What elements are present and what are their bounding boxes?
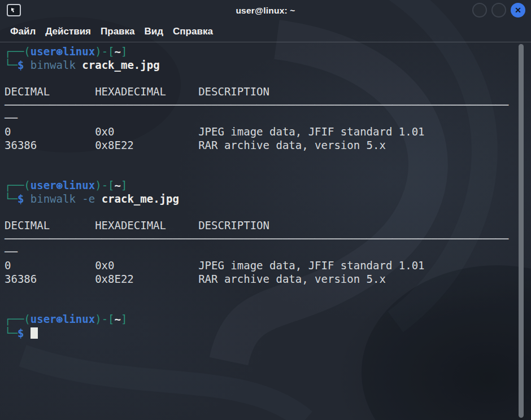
terminal-line: 36386 0x8E22 RAR archive data, version 5…: [5, 273, 531, 286]
table-header: DECIMAL HEXADECIMAL DESCRIPTION: [5, 85, 269, 98]
terminal-text: [95, 193, 101, 205]
prompt-frame: ]: [121, 45, 127, 58]
prompt-frame: ┌──(: [5, 313, 31, 325]
command-name: binwalk: [31, 59, 76, 71]
terminal-line: DECIMAL HEXADECIMAL DESCRIPTION: [5, 85, 531, 99]
terminal-line: [5, 205, 531, 219]
prompt-cwd: ~: [115, 45, 121, 58]
prompt-username: user: [31, 45, 56, 58]
terminal-line: [5, 165, 531, 179]
command-argument: crack_me.jpg: [102, 193, 179, 205]
terminal-line: 36386 0x8E22 RAR archive data, version 5…: [5, 139, 531, 152]
prompt-at-icon: ⊛: [56, 45, 63, 58]
prompt-frame: └─: [5, 327, 18, 339]
menu-item-help[interactable]: Справка: [173, 26, 213, 37]
terminal-line: ──: [5, 246, 531, 259]
terminal-line: ────────────────────────────────────────…: [5, 99, 531, 112]
menu-item-file[interactable]: Файл: [10, 26, 36, 37]
menu-item-view[interactable]: Вид: [145, 26, 164, 37]
terminal-text: [24, 327, 30, 339]
maximize-button[interactable]: [491, 3, 506, 18]
prompt-frame: └─: [5, 59, 18, 71]
table-row-text: 0 0x0 JPEG image data, JFIF standard 1.0…: [5, 125, 425, 138]
prompt-cwd: ~: [115, 313, 121, 325]
prompt-symbol: $: [18, 59, 24, 71]
prompt-hostname: linux: [63, 45, 95, 58]
terminal-line: └─$ binwalk -e crack_me.jpg: [5, 193, 531, 206]
terminal-cursor: [31, 327, 38, 339]
prompt-frame: ]: [121, 313, 127, 325]
terminal-line: ────────────────────────────────────────…: [5, 233, 531, 246]
close-icon: ✕: [515, 6, 521, 14]
table-row-text: 0 0x0 JPEG image data, JFIF standard 1.0…: [5, 259, 425, 272]
table-separator-wrap: ──: [5, 246, 18, 258]
terminal-line: [5, 286, 531, 299]
prompt-frame: ]: [121, 179, 127, 191]
table-row-text: 36386 0x8E22 RAR archive data, version 5…: [5, 273, 386, 285]
prompt-hostname: linux: [63, 313, 95, 325]
prompt-frame: ┌──(: [5, 179, 31, 191]
prompt-username: user: [31, 179, 56, 191]
terminal-line: ──: [5, 112, 531, 125]
minimize-button[interactable]: [472, 3, 487, 18]
close-button[interactable]: ✕: [511, 3, 525, 18]
table-header: DECIMAL HEXADECIMAL DESCRIPTION: [5, 219, 269, 231]
terminal-line: ┌──(user⊛linux)-[~]: [5, 313, 531, 326]
terminal-text: [76, 193, 82, 205]
prompt-symbol: $: [18, 327, 24, 339]
prompt-frame: )-[: [95, 313, 114, 325]
scrollbar-thumb[interactable]: [519, 44, 524, 418]
menubar: Файл Действия Правка Вид Справка: [0, 21, 531, 42]
command-option: -e: [82, 193, 95, 205]
table-separator-wrap: ──: [5, 112, 18, 124]
prompt-frame: )-[: [95, 179, 114, 191]
prompt-frame: └─: [5, 193, 18, 205]
terminal-line: 0 0x0 JPEG image data, JFIF standard 1.0…: [5, 125, 531, 139]
prompt-cwd: ~: [115, 179, 121, 191]
terminal-text: [24, 193, 30, 205]
prompt-at-icon: ⊛: [56, 313, 63, 325]
terminal-line: ┌──(user⊛linux)-[~]: [5, 179, 531, 193]
terminal-window: user@linux: ~ ✕ Файл Действия Правка Вид…: [0, 0, 531, 420]
terminal-line: └─$ binwalk crack_me.jpg: [5, 59, 531, 72]
window-controls: ✕: [472, 3, 525, 18]
terminal-line: [5, 152, 531, 166]
table-row-text: 36386 0x8E22 RAR archive data, version 5…: [5, 139, 386, 151]
prompt-frame: ┌──(: [5, 45, 31, 58]
prompt-hostname: linux: [63, 179, 95, 191]
terminal-text: [24, 59, 30, 71]
terminal-line: DECIMAL HEXADECIMAL DESCRIPTION: [5, 219, 531, 233]
table-separator: ────────────────────────────────────────…: [5, 99, 508, 111]
terminal-line: [5, 72, 531, 85]
prompt-symbol: $: [18, 193, 24, 205]
terminal-area[interactable]: ┌──(user⊛linux)-[~]└─$ binwalk crack_me.…: [0, 42, 531, 420]
terminal-line: 0 0x0 JPEG image data, JFIF standard 1.0…: [5, 259, 531, 273]
prompt-username: user: [31, 313, 56, 325]
menu-item-edit[interactable]: Правка: [101, 26, 134, 37]
prompt-at-icon: ⊛: [56, 179, 63, 191]
command-name: binwalk: [31, 193, 76, 205]
prompt-frame: )-[: [95, 45, 114, 58]
table-separator: ────────────────────────────────────────…: [5, 233, 508, 245]
terminal-output: ┌──(user⊛linux)-[~]└─$ binwalk crack_me.…: [5, 45, 531, 339]
terminal-text: [76, 59, 82, 71]
terminal-line: ┌──(user⊛linux)-[~]: [5, 45, 531, 59]
command-argument: crack_me.jpg: [82, 59, 159, 71]
terminal-line: └─$: [5, 326, 531, 339]
terminal-line: [5, 299, 531, 313]
menu-item-actions[interactable]: Действия: [45, 26, 91, 37]
window-title: user@linux: ~: [0, 6, 531, 16]
titlebar[interactable]: user@linux: ~ ✕: [0, 0, 531, 21]
